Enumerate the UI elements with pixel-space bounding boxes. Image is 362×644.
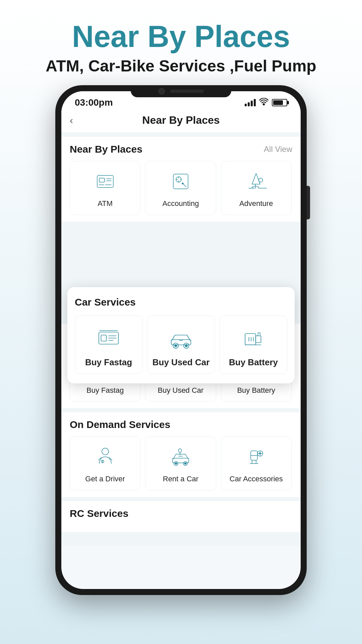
status-time: 03:00pm <box>75 97 113 108</box>
svg-rect-48 <box>245 334 256 345</box>
all-view-button[interactable]: All View <box>264 145 292 154</box>
car-fastag-item[interactable]: Buy Fastag <box>75 315 142 374</box>
driver-label: Get a Driver <box>85 474 125 484</box>
svg-point-32 <box>184 463 186 465</box>
bike-fastag-label: Buy Fastag <box>86 386 124 395</box>
rent-car-label: Rent a Car <box>163 474 198 484</box>
signal-bar-4 <box>254 99 256 106</box>
svg-rect-49 <box>256 336 261 342</box>
accessories-icon <box>243 443 269 470</box>
svg-point-36 <box>259 453 261 454</box>
page-subtitle: ATM, Car-Bike Services ,Fuel Pump <box>46 57 316 75</box>
app-header-title: Near By Places <box>142 114 220 126</box>
car-fastag-icon <box>94 323 124 353</box>
driver-icon <box>92 443 119 470</box>
speaker-bar <box>170 90 204 93</box>
phone-wrapper: 03:00pm <box>47 85 315 644</box>
car-fastag-label: Buy Fastag <box>85 357 132 368</box>
car-battery-icon <box>238 323 268 353</box>
driver-item[interactable]: Get a Driver <box>70 436 140 490</box>
car-used-car-icon <box>166 323 196 353</box>
screen-content: Near By Places All View <box>61 133 301 589</box>
nearby-item-atm-label: ATM <box>98 199 113 209</box>
signal-bars-icon <box>245 99 256 106</box>
app-header: ‹ Near By Places <box>61 111 301 133</box>
svg-point-11 <box>259 178 263 182</box>
nearby-section-title: Near By Places <box>70 144 142 155</box>
status-icons <box>245 98 287 107</box>
svg-rect-1 <box>97 175 113 187</box>
svg-rect-38 <box>101 335 107 341</box>
car-used-car-item[interactable]: Buy Used Car <box>147 315 215 374</box>
rc-services-section: RC Services <box>61 501 301 532</box>
rc-services-header: RC Services <box>70 508 292 519</box>
phone-notch <box>131 85 231 97</box>
svg-point-10 <box>182 183 183 184</box>
camera-dot <box>158 88 165 95</box>
bike-battery-label: Buy Battery <box>237 386 275 395</box>
svg-point-45 <box>175 344 177 347</box>
back-button[interactable]: ‹ <box>70 115 73 126</box>
nearby-item-atm[interactable]: ATM <box>70 161 140 215</box>
accessories-item[interactable]: Car Accessories <box>221 436 292 490</box>
rc-services-title: RC Services <box>70 508 128 519</box>
battery-icon <box>272 99 287 106</box>
on-demand-grid: Get a Driver <box>70 436 292 490</box>
car-services-popup: Car Services <box>67 287 295 383</box>
nearby-item-adventure-label: Adventure <box>239 199 273 209</box>
car-battery-label: Buy Battery <box>229 357 278 368</box>
signal-bar-3 <box>251 101 253 106</box>
adventure-icon <box>243 168 269 195</box>
nearby-section-header: Near By Places All View <box>70 144 292 155</box>
page-title: Near By Places <box>46 20 316 53</box>
page-header: Near By Places ATM, Car-Bike Services ,F… <box>46 20 316 75</box>
signal-bar-1 <box>245 104 247 106</box>
svg-point-26 <box>102 448 109 455</box>
car-services-title: Car Services <box>75 297 287 308</box>
svg-rect-2 <box>99 178 105 182</box>
accounting-icon <box>167 168 194 195</box>
nearby-item-accounting-label: Accounting <box>163 199 199 209</box>
signal-bar-2 <box>248 102 250 106</box>
on-demand-header: On Demand Services <box>70 419 292 430</box>
nearby-grid: ATM <box>70 161 292 215</box>
phone-frame: 03:00pm <box>55 85 307 595</box>
side-button <box>307 186 310 219</box>
atm-icon <box>92 168 119 195</box>
car-used-car-label: Buy Used Car <box>153 357 210 368</box>
rent-car-item[interactable]: Rent a Car <box>145 436 216 490</box>
on-demand-title: On Demand Services <box>70 419 170 430</box>
svg-rect-28 <box>173 458 189 463</box>
nearby-section: Near By Places All View <box>61 137 301 222</box>
svg-point-46 <box>185 344 187 347</box>
bike-used-car-label: Buy Used Car <box>158 386 203 395</box>
battery-fill <box>273 100 283 105</box>
wifi-icon <box>259 98 268 107</box>
svg-point-31 <box>175 463 177 465</box>
car-battery-item[interactable]: Buy Battery <box>220 315 287 374</box>
on-demand-section: On Demand Services <box>61 412 301 497</box>
phone-screen: 03:00pm <box>61 91 301 589</box>
car-services-grid: Buy Fastag <box>75 315 287 374</box>
svg-point-0 <box>263 104 264 105</box>
nearby-item-adventure[interactable]: Adventure <box>221 161 292 215</box>
rent-car-icon <box>167 443 194 470</box>
accessories-label: Car Accessories <box>230 474 283 484</box>
nearby-item-accounting[interactable]: Accounting <box>145 161 216 215</box>
